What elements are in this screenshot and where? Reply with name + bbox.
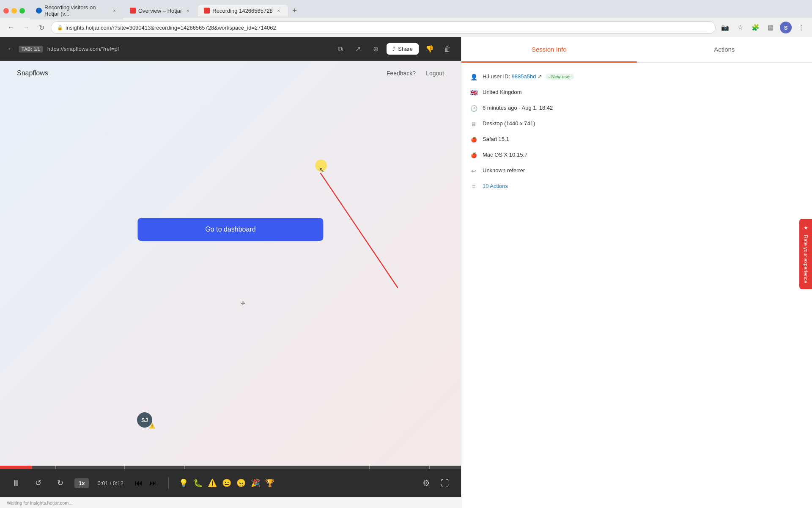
mouse-trail bbox=[0, 61, 461, 466]
referrer-icon: ↩ bbox=[470, 167, 477, 175]
flag-icon: 🇬🇧 bbox=[470, 89, 477, 97]
user-id-value[interactable]: 9885a5bd bbox=[512, 73, 536, 80]
tab-indicator: TAB: 1/1 bbox=[19, 46, 43, 52]
minimize-traffic-light[interactable] bbox=[11, 8, 17, 14]
tab3-close-icon[interactable]: × bbox=[275, 7, 282, 14]
tab3-favicon-icon bbox=[204, 8, 210, 14]
sidebar-toggle-icon[interactable]: ▤ bbox=[765, 22, 776, 33]
extensions-icon[interactable]: 🧩 bbox=[749, 22, 761, 33]
status-bar: Waiting for insights.hotjar.com... bbox=[0, 497, 461, 508]
snapflows-nav: Snapflows Feedback? Logout bbox=[0, 61, 461, 86]
os-row: 🍎 Mac OS X 10.15.7 bbox=[470, 151, 804, 159]
party-emoji[interactable]: 🎉 bbox=[249, 477, 262, 489]
delete-icon[interactable]: 🗑 bbox=[441, 42, 454, 56]
tab-overview[interactable]: Overview – Hotjar × bbox=[124, 5, 197, 17]
referrer-text: Unknown referrer bbox=[483, 167, 525, 174]
actions-count-text: 10 Actions bbox=[483, 182, 508, 190]
settings-button[interactable]: ⚙ bbox=[419, 475, 434, 491]
warning-emoji[interactable]: ⚠️ bbox=[206, 477, 219, 489]
close-traffic-light[interactable] bbox=[3, 8, 9, 14]
pause-button[interactable]: ⏸ bbox=[8, 475, 24, 491]
time-separator-text: - bbox=[518, 105, 521, 111]
time-current: 0:01 bbox=[97, 480, 108, 486]
tab-actions[interactable]: Actions bbox=[637, 37, 812, 63]
profile-icon[interactable]: S bbox=[780, 22, 792, 33]
speed-button[interactable]: 1x bbox=[74, 478, 89, 488]
tab2-favicon-icon bbox=[130, 8, 136, 14]
lock-icon: 🔒 bbox=[57, 25, 63, 30]
main-layout: ← TAB: 1/1 https://snapflows.com/?ref=pf… bbox=[0, 37, 812, 508]
snapflows-logo: Snapflows bbox=[17, 69, 48, 77]
browser-text: Safari 15.1 bbox=[483, 135, 509, 143]
address-bar[interactable]: 🔒 insights.hotjar.com/r?site=3090413&rec… bbox=[51, 21, 716, 34]
playback-bar[interactable] bbox=[0, 466, 461, 469]
back-button[interactable]: ← bbox=[5, 22, 17, 33]
copy-link-icon[interactable]: ⧉ bbox=[333, 42, 347, 56]
user-id-label: HJ user ID: bbox=[483, 73, 510, 80]
user-icon: 👤 bbox=[470, 73, 477, 81]
playback-marker-1 bbox=[55, 466, 56, 469]
logout-link[interactable]: Logout bbox=[426, 70, 444, 77]
browser-chrome: Recording visitors on Hotjar (v... × Ove… bbox=[0, 0, 812, 37]
skip-forward-button[interactable]: ↻ bbox=[52, 475, 68, 491]
bug-emoji[interactable]: 🐛 bbox=[192, 477, 204, 489]
device-text: Desktop (1440 x 741) bbox=[483, 120, 535, 127]
tab2-close-icon[interactable]: × bbox=[184, 7, 191, 14]
dashboard-button[interactable]: Go to dashboard bbox=[137, 218, 323, 241]
address-text: insights.hotjar.com/r?site=3090413&recor… bbox=[66, 25, 276, 31]
bookmark-star-icon[interactable]: ☆ bbox=[734, 22, 746, 33]
forward-button[interactable]: → bbox=[20, 22, 32, 33]
maximize-traffic-light[interactable] bbox=[19, 8, 25, 14]
external-link-icon: ↗ bbox=[538, 73, 542, 80]
traffic-lights bbox=[3, 8, 25, 14]
angry-emoji[interactable]: 😠 bbox=[235, 477, 247, 489]
emoji-controls: 💡 🐛 ⚠️ 😐 😠 🎉 🏆 bbox=[177, 477, 276, 489]
share-button[interactable]: ⤴ Share bbox=[387, 43, 419, 55]
address-bar-row: ← → ↻ 🔒 insights.hotjar.com/r?site=30904… bbox=[0, 18, 812, 37]
menu-icon[interactable]: ⋮ bbox=[795, 22, 807, 33]
thumbs-down-icon[interactable]: 👎 bbox=[423, 42, 436, 56]
tab1-close-icon[interactable]: × bbox=[112, 7, 117, 14]
external-link-icon[interactable]: ↗ bbox=[351, 42, 365, 56]
actions-list-icon: ≡ bbox=[470, 183, 477, 190]
next-session-button[interactable]: ⏭ bbox=[146, 476, 160, 490]
timeline-avatar-warning-icon: ⚠️ bbox=[149, 423, 155, 429]
lightbulb-emoji[interactable]: 💡 bbox=[177, 477, 190, 489]
tab-recording[interactable]: Recording 14266565728 × bbox=[198, 5, 288, 17]
tab3-label: Recording 14266565728 bbox=[212, 8, 272, 14]
refresh-button[interactable]: ↻ bbox=[36, 22, 47, 33]
country-text: United Kingdom bbox=[483, 88, 522, 96]
player-back-button[interactable]: ← bbox=[7, 44, 14, 53]
playback-marker-5 bbox=[429, 466, 430, 469]
fullscreen-button[interactable]: ⛶ bbox=[437, 475, 453, 491]
video-content: Snapflows Feedback? Logout Go to dashboa… bbox=[0, 61, 461, 466]
time-display: 0:01 / 0:12 bbox=[97, 480, 123, 486]
player-toolbar-right: ⧉ ↗ ⊕ ⤴ Share 👎 🗑 bbox=[333, 42, 454, 56]
screenshot-icon[interactable]: 📷 bbox=[719, 22, 731, 33]
page-cursor-icon: ✛ bbox=[241, 300, 245, 306]
time-date: Aug 1, 18:42 bbox=[522, 105, 553, 111]
time-total: 0:12 bbox=[113, 480, 123, 486]
actions-count-link[interactable]: 10 Actions bbox=[483, 183, 508, 189]
player-toolbar-left: ← TAB: 1/1 https://snapflows.com/?ref=pf bbox=[7, 44, 119, 53]
clock-icon: 🕐 bbox=[470, 105, 477, 112]
user-id-row: 👤 HJ user ID: 9885a5bd ↗ - New user bbox=[470, 73, 804, 81]
neutral-emoji[interactable]: 😐 bbox=[220, 477, 233, 489]
snapflows-nav-links: Feedback? Logout bbox=[387, 70, 444, 77]
time-separator: / bbox=[110, 480, 112, 486]
tab-session-info[interactable]: Session Info bbox=[461, 37, 637, 63]
skip-back-button[interactable]: ↺ bbox=[30, 475, 46, 491]
tab-recording-visitors[interactable]: Recording visitors on Hotjar (v... × bbox=[30, 2, 123, 19]
feedback-link[interactable]: Feedback? bbox=[387, 70, 416, 77]
playback-extras: ⏮ ⏭ bbox=[132, 476, 160, 490]
search-recording-icon[interactable]: ⊕ bbox=[369, 42, 382, 56]
time-ago: 6 minutes ago bbox=[483, 105, 517, 111]
playback-marker-3 bbox=[184, 466, 185, 469]
prev-session-button[interactable]: ⏮ bbox=[132, 476, 145, 490]
new-tab-button[interactable]: + bbox=[289, 5, 301, 17]
time-row: 🕐 6 minutes ago - Aug 1, 18:42 bbox=[470, 104, 804, 112]
controls-right: ⚙ ⛶ bbox=[419, 475, 453, 491]
rate-experience-tab[interactable]: ★ Rate your experience bbox=[799, 219, 812, 289]
trophy-emoji[interactable]: 🏆 bbox=[263, 477, 276, 489]
sidebar: Session Info Actions 👤 HJ user ID: 9885a… bbox=[461, 37, 812, 508]
